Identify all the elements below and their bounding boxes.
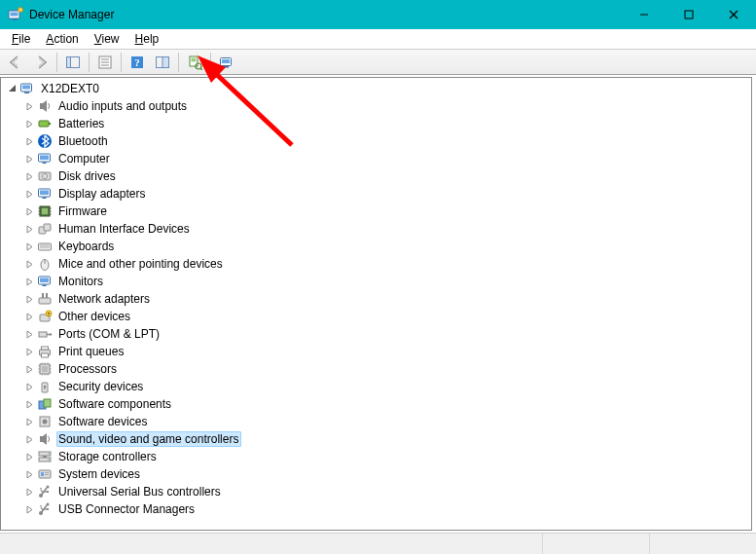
- menu-help[interactable]: Help: [127, 31, 167, 47]
- tree-root[interactable]: X12DEXT0: [1, 80, 751, 97]
- usb-icon: [37, 484, 53, 499]
- expand-icon[interactable]: [22, 190, 37, 199]
- speaker-icon: [37, 98, 53, 114]
- expand-icon[interactable]: [22, 400, 37, 409]
- menu-file[interactable]: File: [4, 31, 38, 47]
- expand-collapse-icon[interactable]: [5, 84, 19, 92]
- expand-icon[interactable]: [22, 418, 37, 426]
- tree-node-softdev[interactable]: Software devices: [1, 413, 751, 430]
- tree-node-label: System devices: [58, 467, 140, 481]
- svg-rect-19: [192, 57, 197, 61]
- printer-icon: [37, 344, 53, 359]
- tree-node-security[interactable]: Security devices: [1, 378, 751, 395]
- tree-node-computer[interactable]: Computer: [1, 150, 751, 167]
- svg-point-67: [50, 333, 52, 335]
- tree-node-softcomp[interactable]: Software components: [1, 395, 751, 413]
- tree-node-hid[interactable]: Human Interface Devices: [1, 220, 751, 238]
- svg-rect-2: [13, 18, 18, 20]
- expand-icon[interactable]: [22, 242, 37, 251]
- svg-line-21: [200, 68, 202, 70]
- expand-icon[interactable]: [22, 453, 37, 462]
- tree-node-other[interactable]: ?Other devices: [1, 308, 751, 325]
- add-legacy-hardware-button[interactable]: [215, 52, 238, 73]
- show-hide-console-button[interactable]: [61, 52, 85, 73]
- svg-rect-5: [685, 11, 693, 18]
- forward-button[interactable]: [29, 52, 53, 73]
- expand-icon[interactable]: [22, 260, 37, 269]
- expand-icon[interactable]: [22, 365, 37, 374]
- expand-icon[interactable]: [22, 120, 37, 129]
- expand-icon[interactable]: [22, 435, 37, 444]
- tree-node-ports[interactable]: Ports (COM & LPT): [1, 325, 751, 343]
- svg-rect-26: [22, 86, 30, 90]
- expand-icon[interactable]: [22, 383, 37, 391]
- svg-text:?: ?: [134, 56, 140, 68]
- menu-view[interactable]: View: [87, 31, 127, 47]
- device-tree[interactable]: X12DEXT0 Audio inputs and outputsBatteri…: [0, 77, 752, 531]
- help-button[interactable]: ?: [126, 52, 149, 73]
- svg-rect-108: [47, 508, 49, 510]
- status-bar: [0, 533, 756, 554]
- network-icon: [37, 291, 53, 307]
- expand-icon[interactable]: [22, 330, 37, 339]
- expand-icon[interactable]: [22, 348, 37, 356]
- action-button[interactable]: [151, 52, 174, 73]
- tree-node-label: Computer: [58, 152, 110, 166]
- tree-node-network[interactable]: Network adapters: [1, 290, 751, 308]
- tree-node-mice[interactable]: Mice and other pointing devices: [1, 255, 751, 273]
- tree-node-system[interactable]: System devices: [1, 465, 751, 483]
- tree-node-label: Print queues: [58, 345, 124, 358]
- tree-node-bluetooth[interactable]: Bluetooth: [1, 132, 751, 150]
- tree-node-disk[interactable]: Disk drives: [1, 167, 751, 185]
- svg-rect-23: [222, 59, 230, 63]
- tree-node-storage[interactable]: Storage controllers: [1, 448, 751, 465]
- expand-icon[interactable]: [22, 155, 37, 164]
- tree-node-label: Mice and other pointing devices: [58, 257, 223, 271]
- tree-node-usbconn[interactable]: USB Connector Managers: [1, 500, 751, 518]
- expand-icon[interactable]: [22, 102, 37, 111]
- svg-rect-59: [43, 285, 47, 287]
- menu-action[interactable]: Action: [38, 31, 86, 47]
- tree-node-usb[interactable]: Universal Serial Bus controllers: [1, 483, 751, 500]
- battery-icon: [37, 116, 53, 131]
- tree-node-firmware[interactable]: Firmware: [1, 203, 751, 220]
- cpu-icon: [37, 361, 53, 377]
- expand-icon[interactable]: [22, 172, 37, 181]
- expand-icon[interactable]: [22, 207, 37, 216]
- tree-node-label: Network adapters: [58, 292, 150, 306]
- svg-marker-106: [40, 488, 42, 490]
- expand-icon[interactable]: [22, 470, 37, 479]
- computer-root-icon: [19, 81, 35, 96]
- expand-icon[interactable]: [22, 505, 37, 514]
- tree-node-batteries[interactable]: Batteries: [1, 115, 751, 132]
- bluetooth-icon: [37, 133, 53, 149]
- scan-hardware-button[interactable]: [183, 52, 206, 73]
- maximize-button[interactable]: [666, 0, 711, 29]
- tree-node-sound[interactable]: Sound, video and game controllers: [1, 430, 751, 448]
- usb-icon: [37, 501, 53, 517]
- svg-point-91: [43, 420, 48, 425]
- minimize-button[interactable]: [622, 0, 666, 29]
- tree-node-display[interactable]: Display adapters: [1, 185, 751, 203]
- tree-node-monitors[interactable]: Monitors: [1, 273, 751, 290]
- expand-icon[interactable]: [22, 277, 37, 286]
- mouse-icon: [37, 256, 53, 272]
- expand-icon[interactable]: [22, 295, 37, 304]
- back-button[interactable]: [4, 52, 27, 73]
- expand-icon[interactable]: [22, 137, 37, 146]
- expand-icon[interactable]: [22, 225, 37, 234]
- tree-node-processors[interactable]: Processors: [1, 360, 751, 378]
- tree-node-audio[interactable]: Audio inputs and outputs: [1, 97, 751, 115]
- tree-node-label: Display adapters: [58, 187, 145, 201]
- tree-node-printq[interactable]: Print queues: [1, 343, 751, 360]
- properties-button[interactable]: [93, 52, 117, 73]
- close-button[interactable]: [711, 0, 756, 29]
- svg-point-109: [47, 503, 50, 506]
- svg-text:?: ?: [48, 312, 51, 317]
- expand-icon[interactable]: [22, 313, 37, 321]
- expand-icon[interactable]: [22, 488, 37, 497]
- tree-node-label: Monitors: [58, 275, 103, 288]
- tree-node-keyboards[interactable]: Keyboards: [1, 238, 751, 255]
- svg-marker-110: [40, 505, 42, 507]
- svg-point-86: [44, 386, 47, 388]
